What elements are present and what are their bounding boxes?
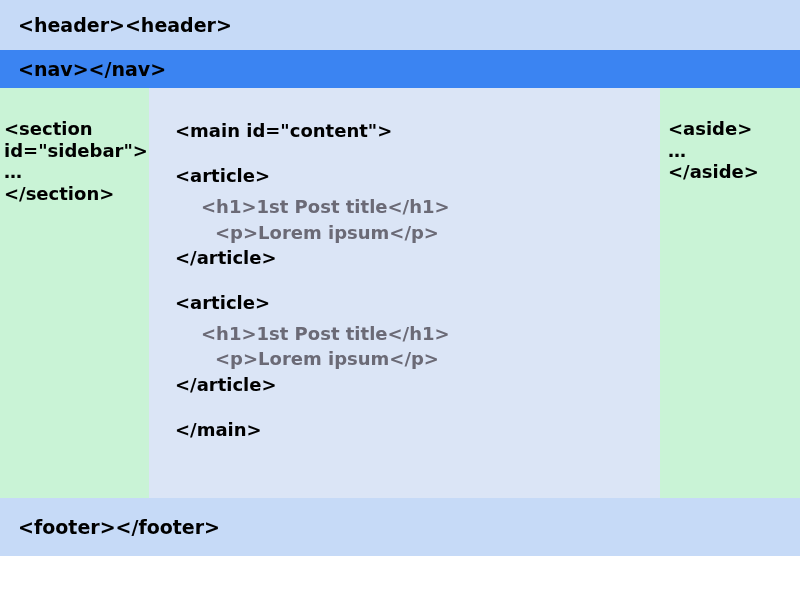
middle-row: <section id="sidebar"> … </section> <mai… [0,88,800,498]
aside-close-tag: </aside> [668,161,796,183]
nav-region: <nav></nav> [0,50,800,88]
article-2-p: <p>Lorem ipsum</p> [175,346,642,371]
header-text: <header><header> [18,14,232,36]
article-2-close: </article> [175,372,642,397]
footer-text: <footer></footer> [18,516,220,538]
article-1-p: <p>Lorem ipsum</p> [175,220,642,245]
aside-dots: … [668,140,796,162]
aside-region: <aside> … </aside> [660,88,800,498]
sidebar-open-tag: <section id="sidebar"> [4,118,145,161]
aside-open-tag: <aside> [668,118,796,140]
nav-text: <nav></nav> [18,58,166,80]
header-region: <header><header> [0,0,800,50]
main-region: <main id="content"> <article> <h1>1st Po… [149,88,660,498]
article-1-open: <article> [175,163,642,188]
article-1-h1: <h1>1st Post title</h1> [175,194,642,219]
article-1-close: </article> [175,245,642,270]
footer-region: <footer></footer> [0,498,800,556]
sidebar-region: <section id="sidebar"> … </section> [0,88,149,498]
main-close-tag: </main> [175,417,642,442]
article-2-h1: <h1>1st Post title</h1> [175,321,642,346]
article-2-open: <article> [175,290,642,315]
sidebar-close-tag: </section> [4,183,145,205]
sidebar-dots: … [4,161,145,183]
main-open-tag: <main id="content"> [175,118,642,143]
